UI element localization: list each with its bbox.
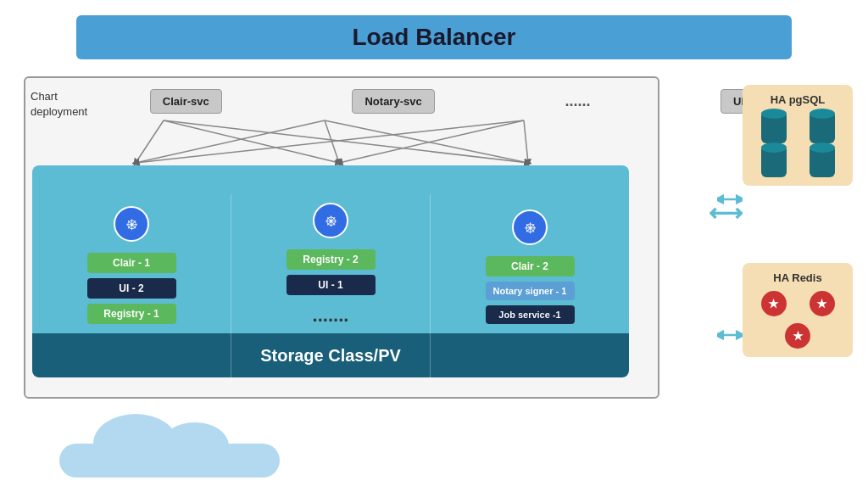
redis-icon-3: ★ xyxy=(785,323,810,349)
cloud-fill xyxy=(59,444,280,478)
db-cylinder-1 xyxy=(761,113,787,143)
clair-svc-box: Clair-svc xyxy=(150,89,222,114)
ha-pgsql-box: HA pgSQL xyxy=(743,85,853,186)
ha-redis-title: HA Redis xyxy=(751,271,844,284)
ha-pgsql-title: HA pgSQL xyxy=(751,93,844,106)
job-service-item: Job service -1 xyxy=(486,305,575,324)
load-balancer-box: Load Balancer xyxy=(76,15,792,59)
cloud-shape xyxy=(51,427,288,478)
k8s-icon-2: ⎈ xyxy=(313,203,348,238)
chart-deployment-label: Chartdeployment xyxy=(31,89,87,120)
k8s-icon-1: ⎈ xyxy=(114,206,149,242)
service-boxes-container: Clair-svc Notary-svc ...... UI-svc xyxy=(85,89,844,114)
bidirectional-arrow-redis xyxy=(717,322,743,348)
redis-icon-1: ★ xyxy=(761,291,787,316)
notary-signer-item: Notary signer - 1 xyxy=(486,282,575,300)
pod-column-2: ⎈ Registry - 2 UI - 1 ....... xyxy=(231,194,431,377)
pod-column-1: ⎈ Clair - 1 UI - 2 Registry - 1 xyxy=(32,198,231,377)
ha-redis-icon-grid: ★ ★ ★ xyxy=(751,291,844,349)
db-cylinder-4 xyxy=(810,147,835,177)
ha-pgsql-db-grid xyxy=(751,113,844,177)
db-cylinder-3 xyxy=(761,147,787,177)
svc-dots: ...... xyxy=(565,92,590,110)
registry-1-item: Registry - 1 xyxy=(87,304,176,324)
db-cylinder-2 xyxy=(810,113,835,143)
pod-column-3: ⎈ Clair - 2 Notary signer - 1 Job servic… xyxy=(431,201,629,377)
notary-svc-box: Notary-svc xyxy=(352,89,434,114)
k8s-icon-3: ⎈ xyxy=(512,209,548,245)
registry-2-item: Registry - 2 xyxy=(287,249,376,270)
bidirectional-arrow-pgsql xyxy=(717,187,743,212)
ui-1-item: UI - 1 xyxy=(287,275,376,295)
pods-area: Storage Class/PV ⎈ Clair - 1 UI - 2 Regi… xyxy=(32,165,629,377)
load-balancer-label: Load Balancer xyxy=(353,24,516,50)
ui-2-item: UI - 2 xyxy=(87,278,176,299)
redis-icon-2: ★ xyxy=(810,291,835,316)
clair-1-item: Clair - 1 xyxy=(87,253,176,273)
middle-dots: ....... xyxy=(313,304,349,327)
ha-redis-box: HA Redis ★ ★ ★ xyxy=(743,263,853,357)
clair-2-item: Clair - 2 xyxy=(486,256,575,277)
